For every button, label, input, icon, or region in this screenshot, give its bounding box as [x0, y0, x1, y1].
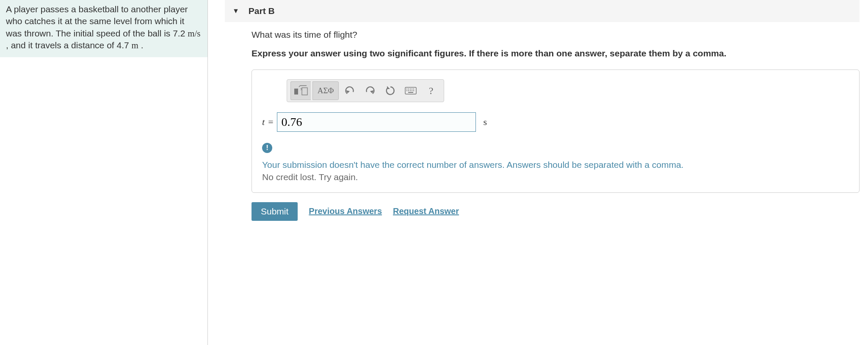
svg-rect-4: [406, 89, 407, 89]
keyboard-icon: [405, 87, 417, 95]
answer-input[interactable]: [277, 112, 476, 132]
svg-rect-13: [413, 90, 414, 91]
actions-row: Submit Previous Answers Request Answer: [252, 202, 860, 221]
part-title: Part B: [249, 6, 275, 16]
svg-rect-2: [302, 88, 307, 95]
submit-button[interactable]: Submit: [252, 202, 298, 221]
problem-statement: A player passes a basketball to another …: [0, 0, 207, 57]
redo-icon: [365, 86, 375, 95]
feedback-message: Your submission doesn't have the correct…: [262, 159, 849, 171]
reset-button[interactable]: [381, 81, 400, 100]
page-container: A player passes a basketball to another …: [0, 0, 868, 345]
answer-input-row: t = s: [262, 112, 849, 132]
problem-text-post: .: [138, 40, 144, 50]
collapse-arrow-icon: ▼: [232, 7, 239, 15]
undo-button[interactable]: [340, 81, 359, 100]
keyboard-button[interactable]: [401, 81, 420, 100]
equals-sign: =: [268, 117, 273, 128]
request-answer-link[interactable]: Request Answer: [393, 206, 459, 216]
svg-rect-14: [408, 92, 413, 93]
svg-rect-5: [408, 89, 409, 89]
svg-rect-9: [406, 90, 407, 91]
part-content: What was its time of flight? Express you…: [227, 30, 860, 221]
help-button[interactable]: ?: [422, 81, 440, 100]
redo-button[interactable]: [361, 81, 379, 100]
svg-text:x: x: [300, 86, 303, 91]
part-header[interactable]: ▼ Part B: [225, 0, 860, 22]
svg-rect-7: [412, 89, 412, 89]
problem-text-mid: , and it travels a distance of 4.7: [6, 40, 132, 50]
feedback-sub: No credit lost. Try again.: [262, 172, 849, 182]
previous-answers-link[interactable]: Previous Answers: [309, 206, 382, 216]
undo-icon: [345, 86, 355, 95]
svg-rect-10: [408, 90, 409, 91]
answer-unit: s: [484, 117, 487, 128]
instructions-text: Express your answer using two significan…: [252, 47, 860, 59]
svg-rect-8: [413, 89, 414, 89]
svg-rect-6: [410, 89, 411, 89]
warning-icon: !: [262, 143, 272, 153]
speed-unit: m/s: [188, 28, 200, 39]
right-panel: ▼ Part B What was its time of flight? Ex…: [207, 0, 868, 345]
answer-box: x ΑΣΦ: [252, 70, 860, 192]
templates-button[interactable]: x: [290, 81, 311, 100]
distance-unit: m: [132, 40, 138, 50]
svg-rect-12: [412, 90, 412, 91]
left-panel: A player passes a basketball to another …: [0, 0, 207, 345]
svg-rect-11: [410, 90, 411, 91]
question-text: What was its time of flight?: [252, 30, 860, 40]
variable-label: t: [262, 117, 265, 128]
greek-symbols-button[interactable]: ΑΣΦ: [312, 81, 339, 100]
template-icon: x: [294, 85, 308, 96]
equation-toolbar: x ΑΣΦ: [287, 79, 444, 102]
problem-text-pre: A player passes a basketball to another …: [6, 4, 188, 38]
svg-rect-0: [294, 89, 298, 95]
reset-icon: [385, 86, 395, 96]
